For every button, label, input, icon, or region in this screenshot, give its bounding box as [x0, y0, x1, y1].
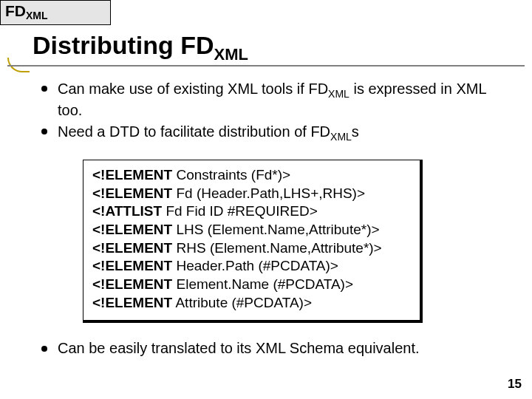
code-rest: Element.Name (#PCDATA)>: [172, 276, 353, 292]
code-rest: Fd Fid ID #REQUIRED>: [162, 203, 318, 219]
bullet-icon: [41, 129, 47, 134]
list-item: Can be easily translated to its XML Sche…: [58, 340, 514, 357]
bullet-icon: [41, 346, 47, 352]
code-kw: <!ELEMENT: [92, 185, 172, 201]
code-line: <!ELEMENT Header.Path (#PCDATA)>: [92, 257, 411, 276]
slide-title: Distributing FDXML: [33, 31, 248, 64]
header-sub: XML: [26, 10, 48, 21]
code-rest: Fd (Header.Path,LHS+,RHS)>: [172, 185, 365, 201]
code-rest: Attribute (#PCDATA)>: [172, 295, 312, 310]
bullet-sub: XML: [330, 131, 352, 143]
code-line: <!ELEMENT Attribute (#PCDATA)>: [92, 294, 411, 313]
page-number: 15: [508, 377, 522, 392]
code-line: <!ELEMENT RHS (Element.Name,Attribute*)>: [92, 239, 411, 258]
dtd-codebox: <!ELEMENT Constraints (Fd*)> <!ELEMENT F…: [83, 160, 423, 323]
code-kw: <!ELEMENT: [92, 167, 172, 183]
bullet-list-bottom: Can be easily translated to its XML Sche…: [58, 340, 514, 357]
code-rest: Constraints (Fd*)>: [172, 167, 290, 183]
code-line: <!ELEMENT Fd (Header.Path,LHS+,RHS)>: [92, 185, 411, 203]
title-rule: [7, 65, 525, 66]
code-kw: <!ELEMENT: [92, 222, 172, 237]
bullet-text: Need a DTD to facilitate distribution of…: [58, 123, 330, 140]
code-line: <!ELEMENT Element.Name (#PCDATA)>: [92, 276, 411, 294]
code-rest: RHS (Element.Name,Attribute*)>: [172, 240, 382, 256]
code-kw: <!ELEMENT: [92, 240, 172, 256]
header-fd: FD: [5, 2, 26, 19]
code-kw: <!ELEMENT: [92, 295, 172, 310]
code-rest: LHS (Element.Name,Attribute*)>: [172, 222, 379, 237]
code-line: <!ATTLIST Fd Fid ID #REQUIRED>: [92, 202, 411, 221]
bullet-text: Can be easily translated to its XML Sche…: [58, 340, 420, 356]
bullet-list-top: Can make use of existing XML tools if FD…: [58, 80, 514, 146]
list-item: Can make use of existing XML tools if FD…: [58, 80, 514, 120]
bullet-sub: XML: [328, 88, 349, 100]
list-item: Need a DTD to facilitate distribution of…: [58, 123, 514, 144]
title-sub: XML: [214, 45, 248, 64]
slide: FDXML Distributing FDXML Can make use of…: [0, 0, 532, 399]
title-pre: Distributing FD: [33, 31, 214, 59]
header-tab: FDXML: [0, 0, 111, 25]
code-rest: Header.Path (#PCDATA)>: [172, 258, 338, 273]
code-kw: <!ELEMENT: [92, 258, 172, 273]
code-line: <!ELEMENT LHS (Element.Name,Attribute*)>: [92, 221, 411, 239]
code-line: <!ELEMENT Constraints (Fd*)>: [92, 166, 411, 185]
bullet-icon: [41, 86, 47, 92]
bullet-text-after: s: [352, 123, 359, 140]
code-kw: <!ATTLIST: [92, 203, 162, 219]
code-kw: <!ELEMENT: [92, 276, 172, 292]
bullet-text: Can make use of existing XML tools if FD: [58, 81, 328, 97]
